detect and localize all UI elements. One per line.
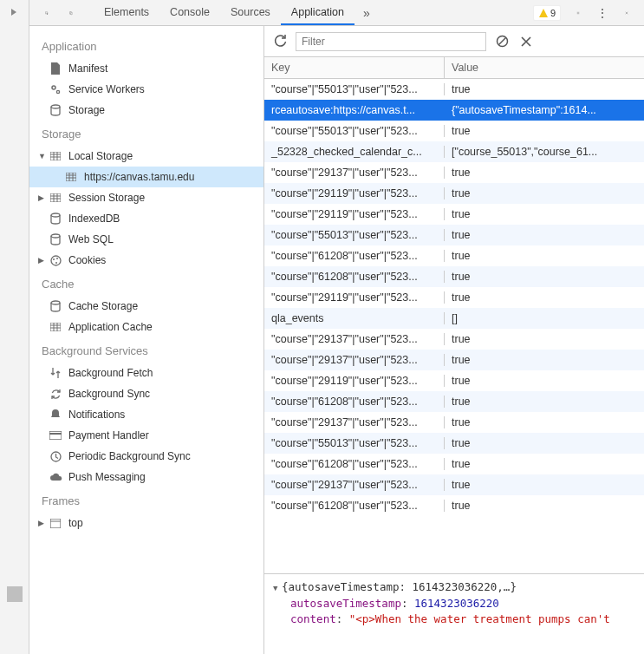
sync-icon bbox=[49, 387, 62, 401]
table-row[interactable]: "course"|"55013"|"user"|"523...true bbox=[264, 433, 644, 454]
sidebar-item-cache-storage[interactable]: Cache Storage bbox=[29, 296, 263, 317]
table-row[interactable]: "course"|"61208"|"user"|"523...true bbox=[264, 391, 644, 412]
table-row[interactable]: "course"|"29137"|"user"|"523...true bbox=[264, 474, 644, 495]
cell-value: true bbox=[445, 208, 644, 220]
table-row[interactable]: "course"|"61208"|"user"|"523...true bbox=[264, 245, 644, 266]
sidebar-item-application-cache[interactable]: Application Cache bbox=[29, 317, 263, 337]
table-row[interactable]: rceautosave:https://canvas.t...{"autosav… bbox=[264, 100, 644, 121]
sidebar-item-manifest[interactable]: Manifest bbox=[29, 58, 263, 79]
expand-icon[interactable] bbox=[10, 7, 18, 19]
tab-application[interactable]: Application bbox=[281, 1, 355, 25]
more-tabs-icon[interactable]: » bbox=[360, 6, 374, 20]
cell-value: true bbox=[445, 291, 644, 304]
database-icon bbox=[49, 232, 62, 246]
table-row[interactable]: "course"|"29119"|"user"|"523...true bbox=[264, 370, 644, 391]
bell-icon bbox=[49, 408, 62, 422]
tab-console[interactable]: Console bbox=[159, 1, 220, 25]
filter-input[interactable] bbox=[296, 32, 486, 51]
cell-key: "course"|"29137"|"user"|"523... bbox=[264, 333, 445, 345]
cell-key: "course"|"61208"|"user"|"523... bbox=[264, 396, 445, 408]
grid-header: Key Value bbox=[264, 57, 644, 79]
tab-sources[interactable]: Sources bbox=[220, 1, 281, 25]
sidebar-item-push[interactable]: Push Messaging bbox=[29, 467, 263, 487]
cookie-icon bbox=[49, 253, 62, 267]
inspect-icon[interactable] bbox=[40, 6, 54, 20]
sidebar-item-service-workers[interactable]: Service Workers bbox=[29, 79, 263, 100]
refresh-icon[interactable] bbox=[271, 33, 289, 50]
cell-value: true bbox=[445, 479, 644, 491]
triangle-right-icon: ▶ bbox=[38, 193, 47, 202]
column-key[interactable]: Key bbox=[264, 57, 445, 78]
transfer-icon bbox=[49, 366, 62, 380]
svg-rect-21 bbox=[50, 519, 61, 528]
cloud-icon bbox=[49, 470, 62, 484]
table-row[interactable]: "course"|"61208"|"user"|"523...true bbox=[264, 454, 644, 474]
cell-key: qla_events bbox=[264, 312, 445, 324]
svg-point-14 bbox=[56, 258, 58, 259]
table-row[interactable]: "course"|"29119"|"user"|"523...true bbox=[264, 287, 644, 308]
table-row[interactable]: "course"|"55013"|"user"|"523...true bbox=[264, 121, 644, 141]
svg-point-4 bbox=[52, 86, 55, 89]
database-icon bbox=[49, 212, 62, 226]
column-value[interactable]: Value bbox=[445, 57, 644, 78]
table-row[interactable]: "course"|"61208"|"user"|"523...true bbox=[264, 266, 644, 287]
sidebar-item-payment[interactable]: Payment Handler bbox=[29, 425, 263, 446]
cell-value: true bbox=[445, 375, 644, 387]
cell-key: "course"|"29137"|"user"|"523... bbox=[264, 167, 445, 179]
table-row[interactable]: "course"|"29137"|"user"|"523...true bbox=[264, 162, 644, 183]
sidebar-item-bg-sync[interactable]: Background Sync bbox=[29, 383, 263, 404]
cell-key: "course"|"29119"|"user"|"523... bbox=[264, 291, 445, 304]
frame-icon bbox=[49, 516, 62, 530]
svg-point-12 bbox=[51, 256, 61, 265]
sidebar-item-periodic-sync[interactable]: Periodic Background Sync bbox=[29, 446, 263, 467]
delete-icon[interactable] bbox=[517, 33, 535, 50]
sidebar-item-frame-top[interactable]: ▶top bbox=[29, 513, 263, 533]
sidebar-item-origin[interactable]: https://canvas.tamu.edu bbox=[29, 167, 263, 187]
storage-grid: Key Value "course"|"55013"|"user"|"523..… bbox=[264, 57, 644, 574]
tab-elements[interactable]: Elements bbox=[94, 1, 159, 25]
svg-point-15 bbox=[55, 262, 57, 264]
table-row[interactable]: "course"|"29119"|"user"|"523...true bbox=[264, 183, 644, 204]
section-background: Background Services bbox=[29, 337, 263, 363]
clear-icon[interactable] bbox=[493, 33, 511, 50]
table-row[interactable]: "course"|"29137"|"user"|"523...true bbox=[264, 412, 644, 433]
sidebar-item-local-storage[interactable]: ▼Local Storage bbox=[29, 146, 263, 167]
document-icon bbox=[49, 62, 62, 75]
table-row[interactable]: "course"|"55013"|"user"|"523...true bbox=[264, 225, 644, 245]
section-application: Application bbox=[29, 33, 263, 58]
close-icon[interactable] bbox=[620, 6, 634, 20]
sidebar-item-cookies[interactable]: ▶Cookies bbox=[29, 250, 263, 271]
sidebar-item-notifications[interactable]: Notifications bbox=[29, 404, 263, 425]
grid-icon bbox=[49, 320, 62, 334]
kebab-icon[interactable]: ⋮ bbox=[595, 6, 609, 20]
triangle-down-icon: ▼ bbox=[273, 580, 282, 596]
section-storage: Storage bbox=[29, 121, 263, 146]
sidebar-item-bg-fetch[interactable]: Background Fetch bbox=[29, 363, 263, 383]
cell-key: "course"|"55013"|"user"|"523... bbox=[264, 229, 445, 241]
grid-body[interactable]: "course"|"55013"|"user"|"523...truerceau… bbox=[264, 79, 644, 573]
warnings-badge[interactable]: 9 bbox=[533, 5, 561, 21]
sidebar-item-websql[interactable]: Web SQL bbox=[29, 229, 263, 250]
table-row[interactable]: "course"|"55013"|"user"|"523...true bbox=[264, 79, 644, 100]
clock-icon bbox=[49, 449, 62, 463]
gear-icon[interactable] bbox=[571, 6, 585, 20]
sidebar-item-indexeddb[interactable]: IndexedDB bbox=[29, 208, 263, 229]
table-row[interactable]: qla_events[] bbox=[264, 308, 644, 329]
table-row[interactable]: "course"|"29137"|"user"|"523...true bbox=[264, 350, 644, 370]
detail-summary[interactable]: ▼{autosaveTimestamp: 1614323036220,…} bbox=[273, 579, 635, 596]
grid-icon bbox=[64, 170, 78, 184]
tab-list: Elements Console Sources Application bbox=[94, 1, 355, 25]
sidebar-item-session-storage[interactable]: ▶Session Storage bbox=[29, 187, 263, 208]
svg-rect-17 bbox=[50, 323, 61, 331]
table-row[interactable]: _52328_checked_calendar_c...["course_550… bbox=[264, 141, 644, 162]
device-icon[interactable] bbox=[64, 6, 78, 20]
table-row[interactable]: "course"|"61208"|"user"|"523...true bbox=[264, 495, 644, 516]
table-row[interactable]: "course"|"29137"|"user"|"523...true bbox=[264, 329, 644, 350]
table-row[interactable]: "course"|"29119"|"user"|"523...true bbox=[264, 204, 644, 225]
svg-rect-8 bbox=[66, 173, 76, 181]
sidebar-item-storage[interactable]: Storage bbox=[29, 100, 263, 121]
database-icon bbox=[49, 103, 62, 117]
cell-key: "course"|"55013"|"user"|"523... bbox=[264, 83, 445, 95]
cell-key: rceautosave:https://canvas.t... bbox=[264, 104, 445, 116]
cell-value: true bbox=[445, 354, 644, 366]
